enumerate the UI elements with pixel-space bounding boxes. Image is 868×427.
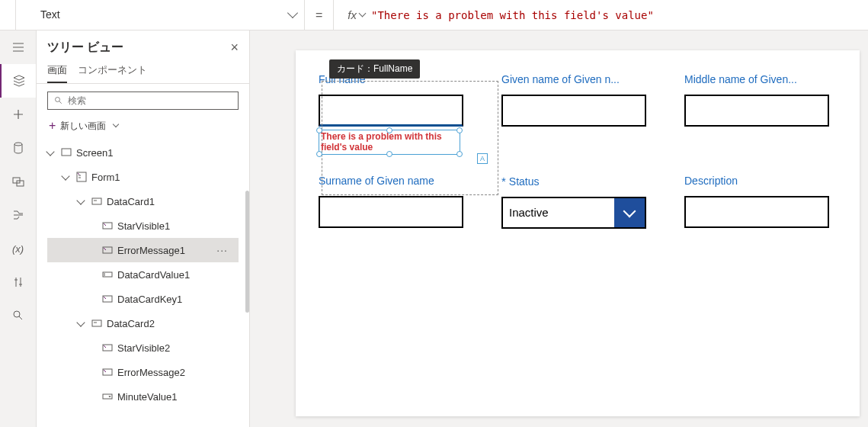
new-screen-label: 新しい画面 (60, 120, 106, 133)
tree-node-datacard[interactable]: DataCard1 (47, 189, 239, 214)
svg-rect-5 (62, 149, 71, 156)
field-label: Surname of Given name (319, 175, 479, 187)
field-label: Given name of Given n... (501, 73, 661, 85)
tree-node-label[interactable]: StarVisible1 (47, 214, 239, 238)
field-label: Description (684, 175, 844, 187)
more-options-icon[interactable]: ··· (216, 244, 228, 256)
tree-node-screen[interactable]: Screen1 (47, 140, 239, 165)
label-icon (102, 342, 113, 353)
search-icon (54, 96, 63, 105)
property-dropdown-label: Text (40, 8, 60, 21)
dropdown-value: Inactive (503, 198, 614, 227)
tree-node-label[interactable]: ErrorMessage2 (47, 360, 239, 384)
tree-node-form[interactable]: Form1 (47, 165, 239, 189)
svg-rect-7 (92, 198, 101, 204)
tools-button[interactable] (0, 265, 36, 299)
flow-button[interactable] (0, 198, 36, 232)
media-button[interactable] (0, 165, 36, 198)
field-surname[interactable]: Surname of Given name (319, 175, 479, 229)
error-message[interactable]: There is a problem with this field's val… (319, 130, 460, 155)
flow-icon (12, 209, 24, 221)
hamburger-button[interactable] (0, 30, 36, 64)
caret-icon[interactable] (46, 147, 54, 156)
svg-point-0 (14, 143, 22, 146)
new-screen-button[interactable]: + 新しい画面 (47, 114, 239, 140)
text-input[interactable] (319, 196, 463, 228)
resize-handle[interactable] (386, 127, 392, 133)
insert-button[interactable] (0, 98, 36, 131)
field-label: Middle name of Given... (684, 73, 844, 85)
search-icon (12, 310, 24, 322)
property-dropdown[interactable]: Text (15, 0, 305, 30)
screen-icon (61, 147, 72, 158)
tools-icon (12, 276, 24, 288)
caret-icon[interactable] (61, 172, 69, 180)
field-label: Status (509, 175, 540, 188)
textinput-icon (102, 269, 113, 280)
resize-handle[interactable] (456, 127, 463, 133)
tree-node-label[interactable]: StarVisible2 (47, 336, 239, 360)
search-button[interactable] (0, 299, 36, 332)
tree-view-panel: ツリー ビュー × 画面 コンポーネント + 新しい画面 (37, 30, 250, 427)
tree-node-input[interactable]: DataCardValue1 (47, 262, 239, 287)
field-status[interactable]: * Status Inactive (501, 175, 661, 229)
variables-button[interactable]: (x) (0, 232, 36, 265)
field-fullname[interactable]: カード：FullName Full name There is a proble… (319, 73, 479, 155)
close-icon[interactable]: × (230, 40, 239, 56)
media-icon (12, 175, 24, 188)
data-button[interactable] (0, 131, 36, 165)
label-icon (102, 245, 113, 255)
tree-node-dropdown[interactable]: MinuteValue1 (47, 384, 239, 409)
label-icon (102, 367, 113, 377)
tree-node-errormessage[interactable]: ErrorMessage1 ··· (47, 238, 239, 262)
card-icon (91, 318, 102, 329)
scrollbar[interactable] (245, 191, 249, 313)
tree-node-datacard[interactable]: DataCard2 (47, 311, 239, 336)
caret-icon[interactable] (76, 196, 85, 204)
svg-point-3 (14, 311, 20, 317)
text-input[interactable] (684, 95, 829, 127)
database-icon (12, 142, 24, 154)
plus-icon: + (49, 119, 56, 133)
resize-handle[interactable] (316, 127, 322, 133)
chevron-down-icon[interactable] (614, 198, 645, 227)
chevron-down-icon (113, 121, 119, 127)
tree-node-label[interactable]: DataCardKey1 (47, 287, 239, 311)
svg-rect-15 (103, 394, 112, 399)
form-icon (76, 172, 87, 182)
equals-sign: = (305, 8, 333, 22)
plus-icon (12, 108, 24, 120)
chevron-down-icon (287, 8, 298, 18)
left-nav-rail: (x) (0, 30, 37, 427)
accessibility-badge[interactable]: A (477, 153, 488, 164)
field-middle-name[interactable]: Middle name of Given... (684, 73, 844, 155)
form-canvas[interactable]: カード：FullName Full name There is a proble… (296, 50, 860, 416)
formula-bar[interactable]: fx "There is a problem with this field's… (333, 0, 868, 30)
resize-handle[interactable] (316, 151, 322, 157)
text-input[interactable] (684, 196, 829, 228)
text-input[interactable] (319, 95, 463, 127)
svg-rect-12 (92, 320, 101, 326)
canvas-area[interactable]: カード：FullName Full name There is a proble… (250, 30, 868, 427)
variable-icon: (x) (12, 243, 24, 255)
formula-text[interactable]: "There is a problem with this field's va… (371, 9, 654, 21)
label-icon (102, 220, 113, 231)
tab-screens[interactable]: 画面 (47, 59, 67, 83)
caret-icon[interactable] (76, 318, 85, 326)
hamburger-icon (12, 41, 24, 53)
tree-search-box[interactable] (47, 92, 239, 110)
chevron-down-icon (359, 10, 367, 18)
tree-search-input[interactable] (68, 95, 232, 106)
resize-handle[interactable] (386, 151, 392, 157)
tree-view-button[interactable] (0, 64, 36, 98)
field-description[interactable]: Description (684, 175, 844, 229)
tree-view-title: ツリー ビュー (47, 40, 123, 56)
label-icon (102, 294, 113, 304)
dropdown-icon (102, 391, 113, 402)
resize-handle[interactable] (456, 151, 463, 157)
field-given-name[interactable]: Given name of Given n... (501, 73, 661, 155)
fx-icon[interactable]: fx (348, 8, 371, 21)
text-input[interactable] (501, 95, 646, 127)
dropdown-input[interactable]: Inactive (501, 197, 646, 229)
tab-components[interactable]: コンポーネント (78, 59, 147, 83)
